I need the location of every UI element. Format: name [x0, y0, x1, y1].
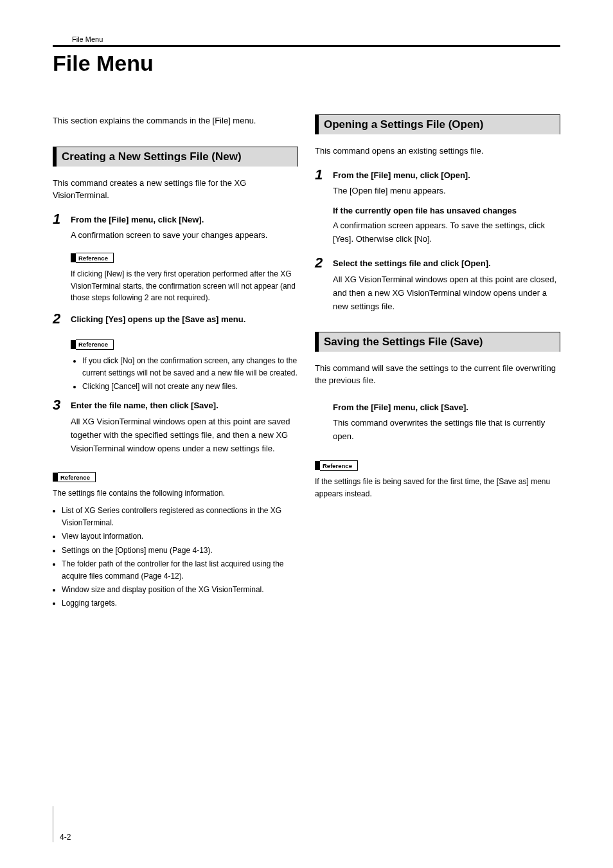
- reference-label: Reference: [71, 253, 114, 263]
- page-number: 4-2: [53, 806, 560, 842]
- step-title: From the [File] menu, click [New].: [71, 213, 298, 227]
- ref-box: Reference: [76, 339, 114, 350]
- step-subtitle: If the currently open file has unsaved c…: [333, 204, 560, 218]
- step-b1: 1 From the [File] menu, click [Open]. Th…: [315, 169, 560, 246]
- ref-box: Reference: [76, 253, 114, 263]
- step-num: 1: [315, 168, 333, 182]
- reference-note: If the settings file is being saved for …: [315, 476, 560, 500]
- step-num: 2: [315, 256, 333, 270]
- reference-note: The settings file contains the following…: [53, 487, 298, 500]
- columns: This section explains the commands in th…: [53, 114, 560, 617]
- page-title: File Menu: [53, 51, 560, 76]
- step-text: A confirmation screen appears. To save t…: [333, 221, 545, 244]
- section-head-new: Creating a New Settings File (New): [53, 147, 298, 167]
- ref-block-icon: [53, 473, 58, 482]
- list-item: Window size and display position of the …: [62, 584, 298, 596]
- ref-block-icon: [315, 461, 320, 470]
- step-title: From the [File] menu, click [Save].: [333, 401, 560, 415]
- ref-text: Reference: [78, 255, 108, 262]
- step-body: From the [File] menu, click [New]. A con…: [71, 213, 298, 243]
- reference-bullets: List of XG Series controllers registered…: [53, 505, 298, 610]
- step-body: Select the settings file and click [Open…: [333, 257, 560, 313]
- step-title: Enter the file name, then click [Save].: [71, 399, 298, 413]
- reference-note: If clicking [New] is the very first oper…: [71, 268, 298, 304]
- ref-text: Reference: [60, 474, 90, 481]
- intro-text: This section explains the commands in th…: [53, 114, 298, 127]
- step-a2: 2 Clicking [Yes] opens up the [Save as] …: [53, 313, 298, 329]
- step-a3: 3 Enter the file name, then click [Save]…: [53, 399, 298, 455]
- ref-text: Reference: [323, 462, 352, 469]
- ref-box: Reference: [320, 460, 358, 471]
- list-item: If you click [No] on the confirmation sc…: [82, 355, 298, 379]
- section-a-desc: This command creates a new settings file…: [53, 177, 298, 202]
- ref-block-icon: [71, 340, 76, 349]
- reference-bullets: If you click [No] on the confirmation sc…: [71, 355, 298, 393]
- step-title: From the [File] menu, click [Open].: [333, 169, 560, 183]
- right-column: Opening a Settings File (Open) This comm…: [315, 114, 560, 617]
- list-item: The folder path of the controller for th…: [62, 558, 298, 583]
- running-head: File Menu: [72, 35, 560, 43]
- step-text: This command overwrites the settings fil…: [333, 418, 545, 441]
- list-item: List of XG Series controllers registered…: [62, 505, 298, 529]
- title-rule: [53, 45, 560, 47]
- step-body: Clicking [Yes] opens up the [Save as] me…: [71, 313, 298, 329]
- step-body: From the [File] menu, click [Open]. The …: [333, 169, 560, 246]
- ref-text: Reference: [78, 341, 108, 348]
- page: File Menu File Menu This section explain…: [0, 0, 613, 868]
- step-num: 3: [53, 398, 71, 412]
- list-item: Logging targets.: [62, 597, 298, 610]
- section-c-desc: This command will save the settings to t…: [315, 362, 560, 387]
- list-item: View layout information.: [62, 530, 298, 543]
- left-column: This section explains the commands in th…: [53, 114, 298, 617]
- step-text: All XG VisionTerminal windows open at th…: [71, 417, 290, 453]
- reference-label: Reference: [71, 339, 114, 350]
- reference-label: Reference: [315, 460, 358, 471]
- step-b2: 2 Select the settings file and click [Op…: [315, 257, 560, 313]
- step-text: The [Open file] menu appears.: [333, 186, 446, 195]
- section-b-desc: This command opens an existing settings …: [315, 145, 560, 158]
- step-title: Select the settings file and click [Open…: [333, 257, 560, 271]
- step-title: Clicking [Yes] opens up the [Save as] me…: [71, 313, 298, 327]
- step-text: All XG VisionTerminal windows open at th…: [333, 275, 556, 311]
- section-head-save: Saving the Settings File (Save): [315, 332, 560, 352]
- step-text: A confirmation screen to save your chang…: [71, 230, 267, 240]
- step-body: Enter the file name, then click [Save]. …: [71, 399, 298, 455]
- step-a1: 1 From the [File] menu, click [New]. A c…: [53, 213, 298, 243]
- step-c: From the [File] menu, click [Save]. This…: [333, 401, 560, 444]
- reference-label: Reference: [53, 472, 96, 482]
- list-item: Settings on the [Options] menu (Page 4-1…: [62, 545, 298, 557]
- section-head-open: Opening a Settings File (Open): [315, 114, 560, 134]
- step-num: 1: [53, 212, 71, 226]
- list-item: Clicking [Cancel] will not create any ne…: [82, 381, 298, 393]
- ref-box: Reference: [58, 472, 96, 482]
- ref-block-icon: [71, 253, 76, 262]
- step-num: 2: [53, 312, 71, 326]
